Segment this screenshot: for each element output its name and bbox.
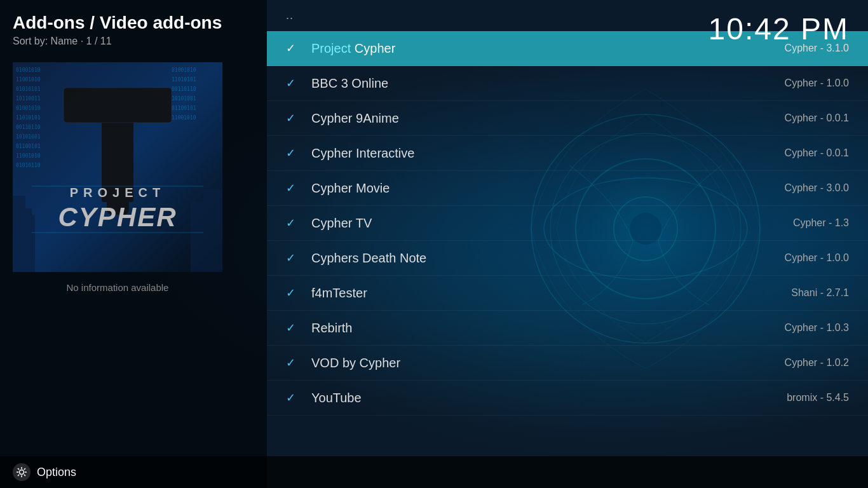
list-item[interactable]: ✓VOD by CypherCypher - 1.0.2 — [267, 346, 868, 381]
svg-text:11010101: 11010101 — [16, 115, 41, 121]
addon-version: bromix - 5.4.5 — [787, 392, 849, 403]
svg-text:11001010: 11001010 — [16, 153, 41, 159]
addon-list: ✓Project CypherCypher - 3.1.0✓BBC 3 Onli… — [267, 31, 868, 416]
svg-text:00110110: 00110110 — [16, 125, 41, 130]
addon-name: Cypher 9Anime — [311, 111, 785, 126]
addon-version: Cypher - 1.0.3 — [785, 322, 849, 334]
checkmark-icon: ✓ — [286, 76, 299, 90]
svg-text:01100101: 01100101 — [172, 105, 196, 111]
addon-thumbnail: 01001010 11001010 01010101 10110011 0100… — [13, 62, 222, 272]
addon-name: Cypher TV — [311, 216, 793, 231]
svg-point-42 — [20, 470, 24, 475]
svg-text:11001010: 11001010 — [172, 115, 196, 121]
svg-line-48 — [24, 475, 25, 476]
addon-version: Cypher - 3.0.0 — [785, 182, 849, 194]
list-item[interactable]: ✓f4mTesterShani - 2.7.1 — [267, 276, 868, 311]
options-icon — [13, 463, 31, 481]
svg-text:11001010: 11001010 — [16, 77, 41, 83]
svg-text:01001010: 01001010 — [172, 67, 196, 73]
addon-name: Rebirth — [311, 321, 785, 336]
bottom-bar: Options — [0, 456, 868, 488]
list-item[interactable]: ✓Cypher 9AnimeCypher - 0.0.1 — [267, 101, 868, 136]
addon-name: f4mTester — [311, 286, 791, 301]
checkmark-icon: ✓ — [286, 181, 299, 195]
addon-version: Cypher - 0.0.1 — [785, 112, 849, 124]
clock: 10:42 PM — [709, 11, 849, 46]
right-panel: .. ✓Project CypherCypher - 3.1.0✓BBC 3 O… — [267, 0, 868, 488]
svg-rect-33 — [25, 215, 35, 272]
svg-text:01001010: 01001010 — [16, 67, 41, 73]
svg-rect-31 — [203, 189, 222, 272]
cypher-logo-svg: 01001010 11001010 01010101 10110011 0100… — [13, 62, 222, 272]
addon-name: Cyphers Death Note — [311, 251, 785, 266]
addon-version: Cypher - 1.0.0 — [785, 78, 849, 89]
svg-text:00110110: 00110110 — [172, 86, 196, 92]
checkmark-icon: ✓ — [286, 216, 299, 230]
addon-name: YouTube — [311, 391, 787, 405]
checkmark-icon: ✓ — [286, 41, 299, 55]
list-item[interactable]: ✓YouTubebromix - 5.4.5 — [267, 381, 868, 416]
options-button[interactable]: Options — [13, 463, 76, 481]
checkmark-icon: ✓ — [286, 146, 299, 160]
checkmark-icon: ✓ — [286, 286, 299, 300]
page-title: Add-ons / Video add-ons — [13, 13, 222, 33]
addon-version: Shani - 2.7.1 — [791, 287, 849, 299]
addon-version: Cypher - 1.3 — [793, 217, 849, 229]
list-item[interactable]: ✓Cypher TVCypher - 1.3 — [267, 206, 868, 241]
svg-text:11010101: 11010101 — [172, 77, 196, 83]
addon-name: Cypher Movie — [311, 181, 785, 196]
svg-text:01100101: 01100101 — [16, 144, 41, 149]
svg-text:PROJECT: PROJECT — [70, 186, 165, 200]
addon-name: VOD by Cypher — [311, 356, 785, 370]
svg-text:01010110: 01010110 — [16, 163, 41, 168]
svg-text:10110011: 10110011 — [16, 96, 41, 102]
gear-icon — [16, 466, 27, 478]
svg-line-47 — [18, 468, 19, 470]
addon-version: Cypher - 0.0.1 — [785, 147, 849, 159]
list-item[interactable]: ✓Cypher MovieCypher - 3.0.0 — [267, 171, 868, 206]
checkmark-icon: ✓ — [286, 356, 299, 370]
svg-text:01010101: 01010101 — [16, 86, 41, 92]
checkmark-icon: ✓ — [286, 111, 299, 125]
addon-version: Cypher - 1.0.0 — [785, 252, 849, 264]
addon-name: Cypher Interactive — [311, 146, 785, 161]
svg-line-49 — [24, 468, 25, 470]
list-item[interactable]: ✓Cyphers Death NoteCypher - 1.0.0 — [267, 241, 868, 276]
svg-text:CYPHER: CYPHER — [58, 202, 177, 232]
addon-version: Cypher - 1.0.2 — [785, 357, 849, 369]
svg-rect-32 — [13, 196, 25, 272]
checkmark-icon: ✓ — [286, 391, 299, 405]
list-item[interactable]: ✓RebirthCypher - 1.0.3 — [267, 311, 868, 346]
options-label: Options — [37, 466, 76, 479]
svg-line-50 — [18, 475, 19, 476]
checkmark-icon: ✓ — [286, 321, 299, 335]
no-info-text: No information available — [13, 282, 222, 293]
svg-text:10101001: 10101001 — [16, 134, 41, 140]
svg-text:10101001: 10101001 — [172, 96, 196, 102]
addon-name: BBC 3 Online — [311, 76, 785, 91]
page-subtitle: Sort by: Name · 1 / 11 — [13, 36, 112, 47]
svg-text:01001010: 01001010 — [16, 105, 41, 111]
left-panel: Add-ons / Video add-ons Sort by: Name · … — [0, 0, 267, 488]
checkmark-icon: ✓ — [286, 251, 299, 265]
list-item[interactable]: ✓BBC 3 OnlineCypher - 1.0.0 — [267, 66, 868, 101]
list-item[interactable]: ✓Cypher InteractiveCypher - 0.0.1 — [267, 136, 868, 171]
